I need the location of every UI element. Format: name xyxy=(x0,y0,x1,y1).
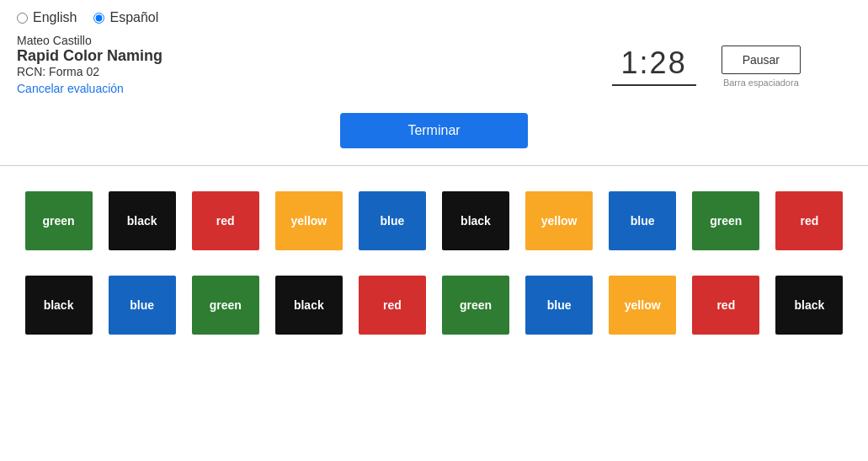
color-tile-1-0[interactable]: black xyxy=(25,276,93,335)
color-grid: greenblackredyellowblueblackyellowbluegr… xyxy=(0,166,868,360)
cancel-link[interactable]: Cancelar evaluación xyxy=(17,82,124,95)
lang-english-radio[interactable] xyxy=(17,13,28,24)
color-tile-1-1[interactable]: blue xyxy=(109,276,176,335)
color-tile-1-6[interactable]: blue xyxy=(525,276,593,335)
pause-button[interactable]: Pausar xyxy=(722,46,801,74)
lang-english-label: English xyxy=(33,10,77,25)
top-bar: English Español Mateo Castillo Rapid Col… xyxy=(0,0,868,148)
pause-section: Pausar Barra espaciadora xyxy=(722,46,801,88)
color-tile-0-6[interactable]: yellow xyxy=(525,191,593,250)
lang-spanish-option[interactable]: Español xyxy=(93,10,158,25)
timer-section: 1:28 xyxy=(612,46,696,86)
color-row-0: greenblackredyellowblueblackyellowbluegr… xyxy=(17,191,851,250)
color-tile-0-5[interactable]: black xyxy=(442,191,509,250)
student-info: Mateo Castillo Rapid Color Naming RCN: F… xyxy=(17,34,162,96)
color-tile-1-2[interactable]: green xyxy=(192,276,259,335)
color-row-1: blackbluegreenblackredgreenblueyellowred… xyxy=(17,276,851,335)
color-tile-1-5[interactable]: green xyxy=(442,276,509,335)
color-tile-0-2[interactable]: red xyxy=(192,191,259,250)
lang-spanish-label: Español xyxy=(109,10,158,25)
color-tile-0-4[interactable]: blue xyxy=(359,191,426,250)
color-tile-1-3[interactable]: black xyxy=(275,276,343,335)
color-tile-1-4[interactable]: red xyxy=(359,276,426,335)
terminate-button[interactable]: Terminar xyxy=(340,113,527,148)
color-tile-0-3[interactable]: yellow xyxy=(275,191,343,250)
color-tile-0-9[interactable]: red xyxy=(775,191,843,250)
color-tile-0-8[interactable]: green xyxy=(692,191,759,250)
timer-display: 1:28 xyxy=(612,46,696,86)
spacebar-hint: Barra espaciadora xyxy=(723,78,799,88)
lang-spanish-radio[interactable] xyxy=(93,13,104,24)
terminate-row: Terminar xyxy=(17,113,851,148)
color-tile-0-1[interactable]: black xyxy=(109,191,176,250)
color-tile-0-0[interactable]: green xyxy=(25,191,93,250)
language-row: English Español xyxy=(17,10,851,25)
color-tile-1-7[interactable]: yellow xyxy=(609,276,676,335)
color-tile-0-7[interactable]: blue xyxy=(609,191,676,250)
lang-english-option[interactable]: English xyxy=(17,10,77,25)
color-tile-1-8[interactable]: red xyxy=(692,276,759,335)
info-timer-row: Mateo Castillo Rapid Color Naming RCN: F… xyxy=(17,34,851,96)
test-title: Rapid Color Naming xyxy=(17,47,162,65)
test-form: RCN: Forma 02 xyxy=(17,65,162,78)
color-tile-1-9[interactable]: black xyxy=(775,276,843,335)
student-name: Mateo Castillo xyxy=(17,34,162,47)
